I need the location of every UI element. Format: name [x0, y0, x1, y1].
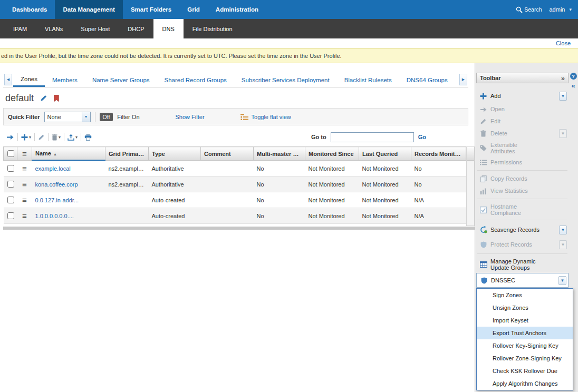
row-menu-icon[interactable]: ≡	[22, 195, 27, 204]
print-button[interactable]	[84, 134, 92, 141]
row-checkbox[interactable]	[7, 165, 14, 172]
toggle-flat-view[interactable]: Toggle flat view	[240, 114, 291, 120]
row-checkbox[interactable]	[7, 212, 14, 219]
menu-item-sign-zones[interactable]: Sign Zones	[477, 289, 573, 301]
table-row[interactable]: ≡ example.local ns2.example.lo... Author…	[4, 161, 466, 177]
zones-table-zone: ≡ Name▲ Grid Primary Se... Type Comment …	[3, 146, 475, 226]
filter-off-toggle[interactable]: Off	[100, 113, 113, 121]
sub-nav: IPAM VLANs Super Host DHCP DNS File Dist…	[0, 19, 578, 38]
tab-partial[interactable]: C	[455, 73, 458, 87]
tab-name-server-groups[interactable]: Name Server Groups	[85, 73, 157, 87]
column-header-comment[interactable]: Comment	[201, 147, 254, 161]
toolbar-item-open: Open	[476, 103, 569, 115]
subnav-ipam[interactable]: IPAM	[4, 19, 36, 38]
tab-zones[interactable]: Zones	[13, 73, 45, 87]
tabs-scroll-left-button[interactable]: ◀	[4, 74, 12, 85]
vertical-scrollbar[interactable]	[466, 146, 475, 226]
table-row[interactable]: ≡ 0.0.127.in-addr... Auto-created No Not…	[4, 192, 466, 208]
bookmark-button[interactable]	[54, 95, 59, 102]
table-row[interactable]: ≡ kona.coffee.corp ns2.example.lo... Aut…	[4, 177, 466, 192]
tab-dns64-groups[interactable]: DNS64 Groups	[399, 73, 455, 87]
delete-button[interactable]: ▾	[52, 134, 61, 141]
menu-item-rollover-zone-signing-key[interactable]: Rollover Zone-Signing Key	[477, 352, 573, 365]
sidebar-right-strip: ? «	[569, 73, 577, 89]
close-banner-link[interactable]: Close	[556, 40, 571, 46]
toolbar-item-manage-dynamic-update-groups[interactable]: Manage Dynamic Update Groups	[476, 256, 569, 273]
menu-item-unsign-zones[interactable]: Unsign Zones	[477, 301, 573, 314]
panel-expand-icon[interactable]: »	[561, 75, 565, 82]
separator	[477, 253, 567, 254]
bar-chart-icon	[479, 188, 488, 194]
add-button[interactable]: ▾	[21, 134, 31, 141]
row-menu-icon[interactable]: ≡	[22, 211, 27, 220]
show-filter-link[interactable]: Show Filter	[176, 114, 205, 120]
subnav-vlans[interactable]: VLANs	[36, 19, 72, 38]
toolbar-item-label: Hostname Compliance	[490, 203, 541, 217]
menu-item-check-ksk-rollover-due[interactable]: Check KSK Rollover Due	[477, 365, 573, 377]
column-header-monitored-since[interactable]: Monitored Since	[305, 147, 359, 161]
row-menu-icon[interactable]: ≡	[22, 180, 27, 189]
quick-filter-select[interactable]: None ▾	[44, 112, 91, 122]
edit-view-button[interactable]	[40, 94, 47, 102]
toolbar-item-label: DNSSEC	[491, 277, 515, 284]
column-header-last-queried[interactable]: Last Queried	[359, 147, 411, 161]
go-button[interactable]: Go	[418, 134, 426, 140]
column-header-type[interactable]: Type	[149, 147, 201, 161]
nav-grid[interactable]: Grid	[179, 0, 208, 19]
edit-button[interactable]	[38, 134, 45, 141]
dnssec-dropdown-caret[interactable]: ▼	[558, 276, 566, 285]
help-button[interactable]: ?	[570, 73, 577, 80]
header-menu-cell[interactable]: ≡	[17, 147, 32, 161]
toolbar-item-dnssec[interactable]: DNSSEC ▼	[476, 273, 569, 288]
goto-input[interactable]	[331, 132, 414, 142]
select-all-checkbox[interactable]	[7, 150, 14, 157]
nav-data-management[interactable]: Data Management	[55, 0, 122, 19]
tab-members[interactable]: Members	[45, 73, 85, 87]
column-header-grid-primary[interactable]: Grid Primary Se...	[105, 147, 149, 161]
zone-name-link[interactable]: 1.0.0.0.0.0.0....	[35, 213, 74, 219]
zone-name-link[interactable]: kona.coffee.corp	[35, 181, 78, 188]
subnav-file-distribution[interactable]: File Distribution	[184, 19, 242, 38]
subnav-dhcp[interactable]: DHCP	[119, 19, 153, 38]
menu-item-rollover-key-signing-key[interactable]: Rollover Key-Signing Key	[477, 339, 573, 352]
column-header-multi-master[interactable]: Multi-master Zone	[254, 147, 305, 161]
cell-comment	[201, 177, 254, 192]
export-button[interactable]: ▾	[68, 134, 78, 141]
go-to-object-button[interactable]	[6, 134, 14, 140]
subnav-super-host[interactable]: Super Host	[72, 19, 119, 38]
menu-item-export-trust-anchors[interactable]: Export Trust Anchors	[477, 327, 573, 339]
row-checkbox[interactable]	[7, 181, 14, 188]
checkbox-check-icon	[479, 207, 488, 213]
tab-shared-record-groups[interactable]: Shared Record Groups	[157, 73, 234, 87]
nav-administration[interactable]: Administration	[208, 0, 266, 19]
scrollbar-corner	[467, 147, 474, 161]
tabs-scroll-right-button[interactable]: ▶	[459, 74, 467, 85]
global-search[interactable]: Search	[516, 6, 542, 13]
toolbar-item-label: Delete	[490, 130, 507, 137]
toolbar-item-add[interactable]: Add ▼	[476, 89, 569, 103]
filter-on-label[interactable]: Filter On	[117, 114, 139, 120]
collapse-sidebar-button[interactable]: «	[571, 82, 575, 89]
menu-item-import-keyset[interactable]: Import Keyset	[477, 314, 573, 327]
zone-name-link[interactable]: 0.0.127.in-addr...	[35, 197, 79, 203]
dnssec-dropdown-menu: Sign Zones Unsign Zones Import Keyset Ex…	[476, 288, 573, 390]
subnav-dns[interactable]: DNS	[153, 19, 184, 38]
add-dropdown-caret[interactable]: ▼	[559, 92, 567, 101]
column-header-name[interactable]: Name▲	[32, 147, 105, 161]
row-menu-icon[interactable]: ≡	[22, 164, 27, 173]
horizontal-scrollbar[interactable]	[3, 227, 475, 230]
row-checkbox[interactable]	[7, 197, 14, 203]
zones-table: ≡ Name▲ Grid Primary Se... Type Comment …	[3, 146, 466, 224]
toolbar-item-scavenge-records[interactable]: Scavenge Records ▼	[476, 222, 569, 237]
user-menu[interactable]: admin ▾	[550, 6, 572, 13]
table-row[interactable]: ≡ 1.0.0.0.0.0.0.... Auto-created No Not …	[4, 208, 466, 224]
tab-blacklist-rulesets[interactable]: Blacklist Rulesets	[337, 73, 399, 87]
column-header-records-monitored[interactable]: Records Monitored	[411, 147, 466, 161]
tab-subscriber-services-deployment[interactable]: Subscriber Services Deployment	[234, 73, 337, 87]
nav-smart-folders[interactable]: Smart Folders	[123, 0, 179, 19]
chevron-right-icon: ▶	[462, 77, 465, 82]
scavenge-dropdown-caret[interactable]: ▼	[559, 226, 567, 234]
nav-dashboards[interactable]: Dashboards	[4, 0, 55, 19]
menu-item-apply-algorithm-changes[interactable]: Apply Algorithm Changes	[477, 377, 573, 390]
zone-name-link[interactable]: example.local	[35, 165, 71, 172]
